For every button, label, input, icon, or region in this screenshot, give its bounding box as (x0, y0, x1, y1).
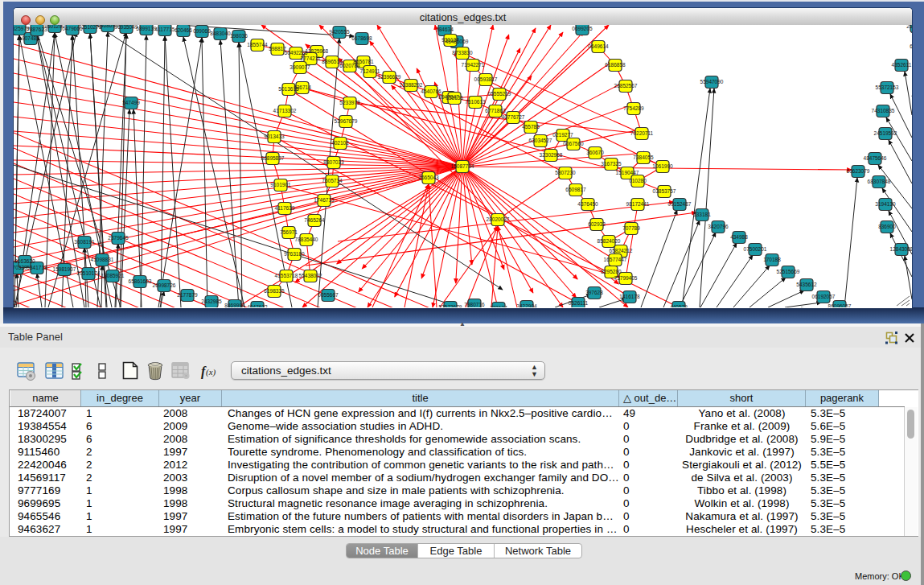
svg-text:0055667: 0055667 (318, 292, 339, 298)
svg-text:9420555: 9420555 (329, 29, 350, 35)
svg-text:533181: 533181 (693, 212, 711, 217)
svg-text:12843088: 12843088 (890, 246, 912, 252)
svg-text:360670: 360670 (586, 150, 604, 155)
svg-text:2774211: 2774211 (301, 56, 321, 61)
svg-text:3420796: 3420796 (708, 224, 729, 229)
svg-text:6678698: 6678698 (351, 35, 372, 41)
svg-text:7510613: 7510613 (465, 99, 486, 105)
svg-text:15190447: 15190447 (616, 170, 639, 175)
svg-text:440579: 440579 (670, 304, 688, 307)
svg-text:6771863: 6771863 (485, 108, 506, 113)
svg-text:50492225: 50492225 (285, 50, 308, 56)
svg-text:7605734: 7605734 (322, 178, 343, 183)
svg-text:3194130: 3194130 (875, 201, 896, 207)
svg-text:16577447: 16577447 (604, 257, 627, 262)
svg-text:18085921: 18085921 (101, 273, 125, 278)
svg-text:65861683: 65861683 (129, 278, 152, 284)
svg-text:6670338: 6670338 (14, 265, 27, 270)
svg-text:4352611: 4352611 (892, 62, 912, 68)
svg-text:7980716: 7980716 (464, 302, 485, 307)
svg-text:5233978: 5233978 (339, 100, 360, 105)
svg-text:756971: 756971 (280, 229, 298, 235)
svg-text:53572679: 53572679 (439, 304, 462, 307)
svg-text:11825968: 11825968 (306, 48, 329, 54)
svg-text:0067560: 0067560 (563, 141, 584, 146)
svg-text:8733830: 8733830 (452, 50, 473, 56)
svg-text:86895837: 86895837 (261, 155, 285, 161)
svg-text:5435612: 5435612 (796, 282, 817, 287)
svg-text:153136: 153136 (446, 95, 463, 101)
svg-text:71942271: 71942271 (462, 62, 485, 68)
svg-text:4376450: 4376450 (577, 201, 598, 207)
svg-text:03853757: 03853757 (653, 188, 676, 194)
svg-text:402102: 402102 (331, 140, 349, 146)
svg-text:0219277: 0219277 (552, 132, 573, 138)
svg-text:74310835: 74310835 (872, 108, 895, 113)
svg-text:55947090: 55947090 (700, 79, 724, 84)
svg-text:05555219: 05555219 (488, 91, 511, 97)
svg-text:26388292: 26388292 (400, 82, 423, 88)
svg-text:984634: 984634 (436, 27, 454, 32)
svg-text:70220711: 70220711 (630, 130, 654, 136)
svg-text:00593817: 00593817 (474, 76, 498, 82)
svg-text:1061990: 1061990 (652, 163, 673, 169)
svg-text:9763180: 9763180 (284, 251, 305, 257)
svg-text:8556781: 8556781 (353, 59, 374, 64)
svg-text:15087734: 15087734 (451, 163, 474, 169)
svg-text:4047632: 4047632 (247, 304, 268, 307)
svg-text:0649614: 0649614 (588, 43, 609, 49)
svg-text:96935049: 96935049 (115, 25, 138, 30)
svg-text:2665043: 2665043 (418, 175, 439, 180)
svg-text:010280: 010280 (629, 178, 647, 183)
svg-text:6109248: 6109248 (910, 43, 912, 49)
svg-text:198036: 198036 (230, 33, 248, 39)
svg-text:06192057: 06192057 (812, 294, 836, 299)
svg-text:733134: 733134 (490, 305, 507, 307)
svg-text:85824020: 85824020 (598, 238, 621, 244)
svg-text:9013433: 9013433 (264, 134, 285, 139)
svg-text:9163620: 9163620 (14, 258, 35, 264)
svg-text:8483040: 8483040 (210, 31, 231, 36)
svg-text:86096057: 86096057 (828, 303, 852, 307)
svg-text:455785: 455785 (522, 124, 540, 130)
svg-text:4117639: 4117639 (275, 205, 295, 211)
svg-text:3909077: 3909077 (290, 64, 310, 70)
svg-text:7465264: 7465264 (304, 217, 325, 223)
svg-text:2432985: 2432985 (201, 299, 222, 304)
svg-text:536714: 536714 (294, 84, 311, 90)
svg-text:434988: 434988 (730, 234, 748, 240)
svg-text:32302968: 32302968 (540, 152, 563, 158)
svg-text:4540766: 4540766 (421, 89, 441, 94)
svg-text:0699205: 0699205 (572, 26, 593, 31)
svg-text:1416178: 1416178 (619, 294, 640, 299)
svg-text:836900: 836900 (878, 224, 896, 229)
svg-text:907483: 907483 (22, 35, 39, 41)
svg-text:26852567: 26852567 (614, 83, 638, 89)
svg-text:170188: 170188 (763, 257, 781, 262)
svg-text:53967679: 53967679 (335, 118, 358, 124)
svg-text:26998726: 26998726 (153, 282, 176, 288)
svg-text:3422904: 3422904 (516, 303, 537, 307)
svg-text:707789: 707789 (622, 225, 640, 231)
svg-text:28020037: 28020037 (487, 216, 510, 222)
svg-text:24519592: 24519592 (874, 130, 897, 136)
svg-text:41713302: 41713302 (273, 108, 297, 113)
svg-text:65824212: 65824212 (610, 248, 633, 253)
svg-text:099069: 099069 (193, 28, 211, 34)
svg-text:3608191: 3608191 (74, 239, 95, 245)
svg-text:7124911: 7124911 (360, 68, 380, 74)
svg-text:9101901: 9101901 (270, 182, 291, 187)
svg-text:6186858: 6186858 (605, 62, 626, 68)
svg-text:55438002: 55438002 (299, 273, 322, 278)
svg-text:68307848: 68307848 (868, 179, 891, 184)
svg-text:5807230: 5807230 (555, 170, 576, 175)
svg-text:7384055: 7384055 (633, 154, 654, 160)
svg-text:620466: 620466 (175, 27, 192, 33)
svg-text:98172441: 98172441 (626, 201, 650, 207)
svg-text:7754289: 7754289 (623, 105, 644, 111)
svg-text:41553718: 41553718 (275, 273, 298, 278)
svg-text:2177879: 2177879 (177, 292, 198, 298)
svg-text:1746713: 1746713 (314, 197, 335, 203)
svg-text:60623079: 60623079 (847, 168, 870, 174)
svg-text:40776727: 40776727 (502, 114, 525, 120)
